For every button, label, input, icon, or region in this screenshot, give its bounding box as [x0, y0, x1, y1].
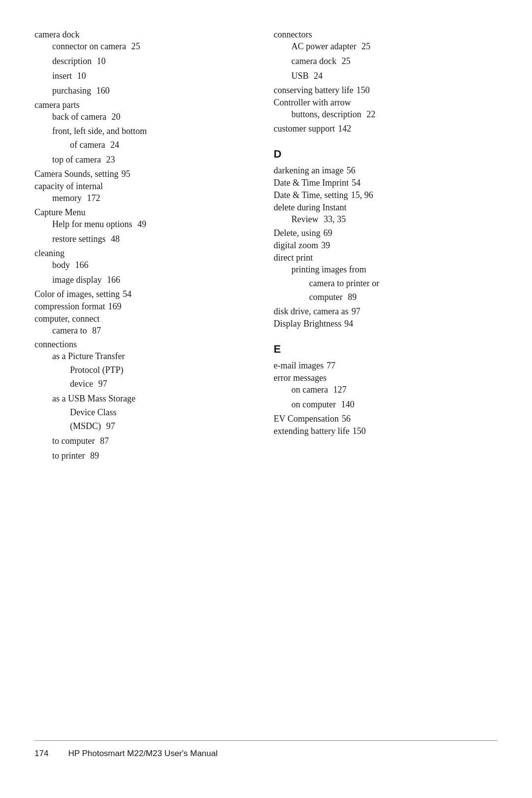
footer: 174 HP Photosmart M22/M23 User's Manual [34, 740, 498, 759]
wrap-delete-instant: Review 33, 35 [274, 213, 498, 227]
sub-entries-capture-menu: Help for menu options 49 restore setting… [34, 218, 244, 246]
entry-ev-compensation: EV Compensation 56 [274, 414, 498, 424]
content-area: camera dock connector on camera 25 descr… [34, 30, 498, 721]
left-column: camera dock connector on camera 25 descr… [34, 30, 264, 721]
sub-entry-on-computer: on computer 140 [292, 398, 498, 412]
wrap-capacity: memory 172 [34, 192, 244, 205]
footer-title: HP Photosmart M22/M23 User's Manual [68, 749, 217, 759]
entry-capacity-internal: capacity of internal memory 172 [34, 181, 244, 205]
sub-entry-description: description 10 [52, 55, 244, 68]
entry-date-time-setting: Date & Time, setting 15, 96 [274, 190, 498, 200]
wrap-front-left: of camera 24 [52, 138, 244, 152]
sub-entries-camera-dock: connector on camera 25 description 10 in… [34, 40, 244, 98]
sub-sub-msdc: Device Class (MSDC) 97 [52, 406, 244, 433]
sub-entries-direct-print: printing images from camera to printer o… [274, 263, 498, 304]
sub-entry-back-of-camera: back of camera 20 [52, 110, 244, 124]
entry-conserving-battery: conserving battery life 150 [274, 85, 498, 96]
entry-compression-format: compression format 169 [34, 301, 244, 312]
wrap-computer-connect: camera to 87 [34, 324, 244, 338]
sub-entry-printing-images: printing images from camera to printer o… [292, 263, 498, 304]
entry-delete-instant: delete during Instant Review 33, 35 [274, 202, 498, 227]
entry-cleaning: cleaning body 166 image display 166 [34, 248, 244, 287]
sub-entry-purchasing: purchasing 160 [52, 84, 244, 98]
entry-camera-parts: camera parts back of camera 20 front, le… [34, 100, 244, 167]
sub-entry-ac-power: AC power adapter 25 [292, 40, 498, 54]
right-column: connectors AC power adapter 25 camera do… [264, 30, 498, 721]
sub-entry-msdc: as a USB Mass Storage Device Class (MSDC… [52, 392, 244, 433]
sub-entry-on-camera: on camera 127 [292, 383, 498, 397]
sub-entry-top-camera: top of camera 23 [52, 153, 244, 167]
entry-color-images: Color of images, setting 54 [34, 289, 244, 299]
wrap-controller: buttons, description 22 [274, 108, 498, 122]
entry-disk-drive: disk drive, camera as 97 [274, 306, 498, 317]
sub-entry-help-menu: Help for menu options 49 [52, 218, 244, 232]
sub-entry-camera-dock-conn: camera dock 25 [292, 55, 498, 68]
entry-computer-connect: computer, connect camera to 87 [34, 314, 244, 338]
sub-entry-restore-settings: restore settings 48 [52, 233, 244, 246]
sub-entries-cleaning: body 166 image display 166 [34, 259, 244, 287]
sub-entries-error-messages: on camera 127 on computer 140 [274, 383, 498, 412]
entry-capture-menu: Capture Menu Help for menu options 49 re… [34, 207, 244, 246]
section-header-d: D [274, 148, 498, 161]
sub-entry-body: body 166 [52, 259, 244, 272]
entry-email-images: e-mail images 77 [274, 361, 498, 371]
sub-entry-usb: USB 24 [292, 69, 498, 83]
entry-camera-dock: camera dock connector on camera 25 descr… [34, 30, 244, 98]
sub-entry-front-left: front, left side, and bottom of camera 2… [52, 125, 244, 152]
entry-title-camera-parts: camera parts [34, 100, 79, 110]
sub-entry-ptp: as a Picture Transfer Protocol (PTP) dev… [52, 350, 244, 391]
page: camera dock connector on camera 25 descr… [0, 0, 532, 798]
sub-entries-camera-parts: back of camera 20 front, left side, and … [34, 110, 244, 167]
entry-darkening-image: darkening an image 56 [274, 166, 498, 176]
sub-sub-printing: camera to printer or computer 89 [292, 277, 498, 304]
entry-title-camera-dock: camera dock [34, 30, 79, 40]
entry-display-brightness: Display Brightness 94 [274, 319, 498, 329]
sub-entries-connectors: AC power adapter 25 camera dock 25 USB 2… [274, 40, 498, 83]
sub-entries-connections: as a Picture Transfer Protocol (PTP) dev… [34, 350, 244, 463]
entry-direct-print: direct print printing images from camera… [274, 253, 498, 304]
entry-date-time-imprint: Date & Time Imprint 54 [274, 178, 498, 188]
sub-entry-to-computer: to computer 87 [52, 434, 244, 448]
sub-entry-insert: insert 10 [52, 69, 244, 83]
entry-delete-using: Delete, using 69 [274, 228, 498, 238]
entry-connectors: connectors AC power adapter 25 camera do… [274, 30, 498, 83]
sub-entry-connector-on-camera: connector on camera 25 [52, 40, 244, 54]
sub-entry-to-printer: to printer 89 [52, 449, 244, 463]
entry-customer-support: customer support 142 [274, 124, 498, 134]
sub-entry-image-display: image display 166 [52, 273, 244, 287]
entry-extending-battery: extending battery life 150 [274, 426, 498, 436]
entry-controller-arrow: Controller with arrow buttons, descripti… [274, 98, 498, 122]
section-header-e: E [274, 343, 498, 356]
sub-sub-ptp: Protocol (PTP) device 97 [52, 364, 244, 391]
entry-digital-zoom: digital zoom 39 [274, 240, 498, 251]
entry-camera-sounds: Camera Sounds, setting 95 [34, 169, 244, 179]
entry-connections: connections as a Picture Transfer Protoc… [34, 339, 244, 463]
footer-page-number: 174 [34, 749, 48, 759]
entry-error-messages: error messages on camera 127 on computer… [274, 373, 498, 412]
